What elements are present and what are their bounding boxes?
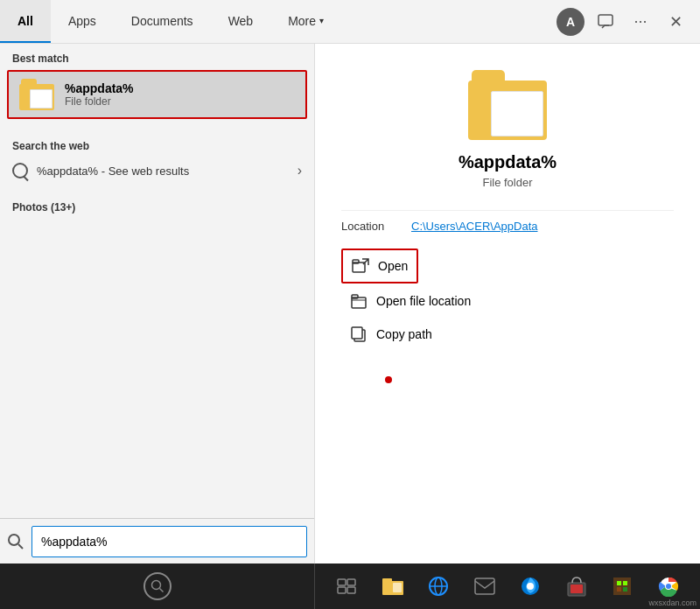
- content-area: Best match %appdata% File folder: [0, 44, 700, 564]
- svg-rect-11: [338, 579, 346, 585]
- tab-apps[interactable]: Apps: [51, 0, 114, 43]
- svg-line-2: [18, 544, 23, 549]
- svg-rect-0: [598, 15, 612, 25]
- item-type: File folder: [65, 95, 134, 108]
- tab-documents[interactable]: Documents: [114, 0, 211, 43]
- taskbar-right: [315, 572, 700, 600]
- copy-path-icon: [350, 326, 368, 343]
- svg-rect-21: [475, 578, 494, 594]
- best-match-label: Best match: [0, 44, 314, 68]
- watermark: wxsxdan.com: [648, 598, 696, 607]
- search-bar-container: [0, 518, 314, 564]
- tab-more[interactable]: More ▾: [270, 0, 341, 43]
- search-icon: [7, 533, 24, 550]
- chevron-down-icon: ▾: [319, 16, 324, 25]
- folder-icon: [19, 79, 54, 110]
- open-file-location-icon: [350, 292, 368, 310]
- store-icon[interactable]: [563, 572, 591, 600]
- svg-rect-17: [393, 583, 402, 592]
- copy-path-button[interactable]: Copy path: [341, 318, 441, 350]
- preview-subtitle: File folder: [482, 176, 532, 189]
- location-label: Location: [341, 220, 411, 233]
- svg-rect-25: [570, 584, 583, 593]
- best-match-item[interactable]: %appdata% File folder: [7, 70, 307, 119]
- web-search-left: %appdata% - See web results: [12, 163, 189, 178]
- action-buttons: Open Open file location: [341, 248, 674, 350]
- svg-rect-12: [347, 579, 355, 585]
- best-match-text: %appdata% File folder: [65, 81, 134, 108]
- svg-point-23: [527, 583, 534, 590]
- copy-path-label: Copy path: [376, 327, 432, 341]
- open-icon: [352, 257, 369, 275]
- svg-rect-4: [353, 260, 359, 263]
- windows-search-button[interactable]: [144, 572, 172, 600]
- internet-explorer-icon[interactable]: [424, 572, 452, 600]
- web-search-item[interactable]: %appdata% - See web results ›: [0, 156, 314, 186]
- svg-rect-16: [382, 578, 392, 583]
- edge-chromium-icon[interactable]: [516, 572, 544, 600]
- open-button[interactable]: Open: [341, 248, 418, 284]
- svg-rect-13: [338, 587, 346, 593]
- svg-rect-5: [352, 298, 366, 308]
- location-row: Location C:\Users\ACER\AppData: [341, 210, 674, 242]
- svg-rect-6: [352, 295, 358, 298]
- svg-rect-27: [617, 581, 621, 585]
- top-nav: All Apps Documents Web More ▾ A: [0, 0, 700, 44]
- file-explorer-icon[interactable]: [379, 572, 407, 600]
- svg-point-9: [151, 581, 160, 590]
- web-search-label: Search the web: [0, 131, 314, 156]
- web-search-query: %appdata% - See web results: [37, 164, 189, 178]
- open-file-location-label: Open file location: [376, 294, 471, 308]
- minecraft-icon[interactable]: [608, 572, 636, 600]
- taskbar-left: [0, 564, 315, 609]
- svg-rect-26: [613, 578, 631, 595]
- feedback-icon[interactable]: [592, 8, 620, 36]
- mail-icon[interactable]: [471, 572, 499, 600]
- item-name: %appdata%: [65, 81, 134, 95]
- search-circle-icon: [12, 163, 28, 178]
- chrome-icon[interactable]: [654, 572, 682, 600]
- folder-preview-icon: [468, 70, 547, 140]
- top-right-controls: A ··· ✕: [556, 8, 700, 36]
- svg-rect-14: [347, 587, 355, 593]
- left-panel: Best match %appdata% File folder: [0, 44, 315, 564]
- svg-rect-30: [623, 587, 627, 592]
- tab-web[interactable]: Web: [211, 0, 271, 43]
- preview-title: %appdata%: [458, 152, 556, 172]
- more-options-icon[interactable]: ···: [626, 8, 654, 36]
- photos-label: Photos (13+): [0, 194, 314, 217]
- nav-tabs: All Apps Documents Web More ▾: [0, 0, 341, 43]
- red-dot-indicator: [385, 376, 392, 383]
- svg-rect-29: [617, 587, 621, 592]
- open-file-location-button[interactable]: Open file location: [341, 285, 480, 317]
- svg-point-33: [666, 584, 671, 589]
- search-input[interactable]: [32, 526, 307, 557]
- task-view-icon[interactable]: [332, 572, 360, 600]
- svg-point-1: [9, 535, 19, 545]
- right-panel: %appdata% File folder Location C:\Users\…: [315, 44, 700, 564]
- chevron-right-icon: ›: [298, 163, 302, 178]
- svg-line-10: [159, 589, 163, 592]
- tab-all[interactable]: All: [0, 0, 51, 43]
- location-value[interactable]: C:\Users\ACER\AppData: [411, 220, 538, 233]
- avatar[interactable]: A: [556, 8, 584, 36]
- svg-rect-8: [352, 327, 362, 339]
- svg-rect-28: [623, 581, 627, 585]
- taskbar: wxsxdan.com: [0, 564, 700, 609]
- open-label: Open: [378, 259, 408, 273]
- close-icon[interactable]: ✕: [662, 8, 690, 36]
